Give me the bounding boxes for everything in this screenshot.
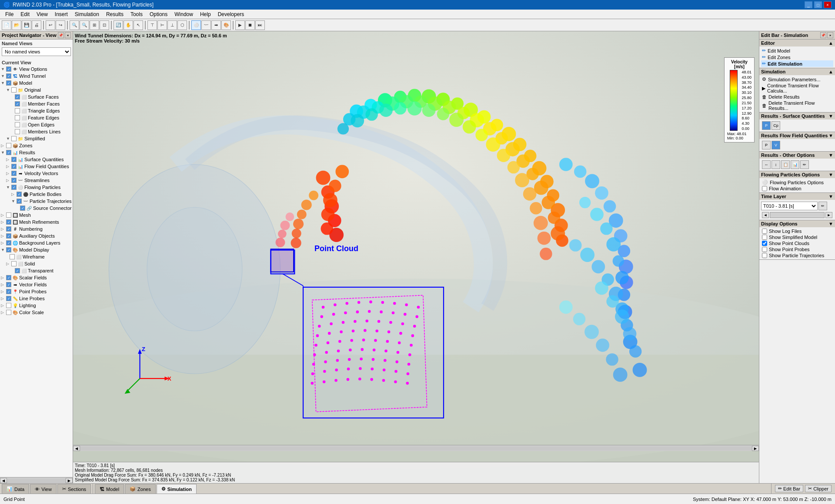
tree-item-color-scale[interactable]: ▷ 🎨 Color Scale xyxy=(0,309,73,316)
scroll-right-btn[interactable]: ► xyxy=(66,478,73,483)
fp-options-btn[interactable]: ⚪ Flowing Particles Options xyxy=(761,179,833,186)
tree-item-mesh-refinements[interactable]: ▷ ✓ 🔲 Mesh Refinements xyxy=(0,219,73,225)
tree-check[interactable]: ✓ xyxy=(20,206,25,211)
tb-rotate[interactable]: 🔄 xyxy=(114,20,123,30)
delete-results-btn[interactable]: 🗑 Delete Results xyxy=(761,94,833,100)
tree-check[interactable]: ✓ xyxy=(6,282,11,287)
time-scroll-track[interactable] xyxy=(770,212,825,218)
tree-item-streamlines[interactable]: ▷ ✓ 〰 Streamlines xyxy=(0,177,73,184)
tab-view[interactable]: 👁 View xyxy=(30,484,57,494)
results-flow-header[interactable]: Results Flow Field Quantities ▼ xyxy=(759,132,835,139)
tree-item-member-faces[interactable]: ✓ ⬜ Member Faces xyxy=(0,100,73,107)
tb-save[interactable]: 💾 xyxy=(22,20,31,30)
ff-velocity-btn[interactable]: V xyxy=(772,141,780,149)
menu-view[interactable]: View xyxy=(33,10,51,18)
tree-check[interactable]: ✓ xyxy=(15,101,20,106)
time-layer-header[interactable]: Time Layer ▼ xyxy=(759,193,835,200)
tree-item-wind-tunnel[interactable]: ▼ ✓ 🏗 Wind Tunnel xyxy=(0,73,73,80)
tree-check[interactable]: ✓ xyxy=(6,226,11,232)
tb-open[interactable]: 📂 xyxy=(12,20,21,30)
tb-view-top[interactable]: ⊤ xyxy=(147,20,157,30)
menu-edit[interactable]: Edit xyxy=(17,10,33,18)
menu-help[interactable]: Help xyxy=(197,10,214,18)
panel-close-button[interactable]: × xyxy=(65,32,71,38)
other-btn-1[interactable]: ↔ xyxy=(762,160,771,169)
viewport[interactable]: Wind Tunnel Dimensions: Dx = 124.94 m, D… xyxy=(73,31,759,483)
sim-params-btn[interactable]: ⚙ Simulation Parameters... xyxy=(761,76,833,83)
delete-transient-btn[interactable]: 🗑 Delete Transient Flow Results... xyxy=(761,100,833,111)
tb-undo[interactable]: ↩ xyxy=(46,20,55,30)
tree-check[interactable] xyxy=(15,115,20,120)
tree-item-particle-traj[interactable]: ▼ ✓ 〰 Particle Trajectories xyxy=(0,198,73,205)
tree-item-original[interactable]: ▼ 📁 Original xyxy=(0,86,73,93)
tree-check[interactable]: ✓ xyxy=(11,178,17,183)
tree-item-feature-edges[interactable]: ⬜ Feature Edges xyxy=(0,114,73,121)
results-surface-header[interactable]: Results - Surface Quantities ▼ xyxy=(759,113,835,119)
vp-scroll-left[interactable]: ◄ xyxy=(73,446,80,451)
display-options-header[interactable]: Display Options ▼ xyxy=(759,220,835,227)
other-btn-3[interactable]: 📋 xyxy=(781,160,790,169)
tree-check[interactable] xyxy=(15,129,20,134)
tree-check[interactable]: ✓ xyxy=(11,164,17,169)
tb-view-side[interactable]: ⊥ xyxy=(167,20,177,30)
tab-sections[interactable]: ✂ Sections xyxy=(57,484,91,494)
time-scroll-left[interactable]: ◄ xyxy=(762,212,769,218)
tree-item-triangle-edges[interactable]: ⬜ Triangle Edges xyxy=(0,107,73,114)
tree-item-open-edges[interactable]: ⬜ Open Edges xyxy=(0,121,73,128)
tree-scrollbar-h[interactable]: ◄ ► xyxy=(0,477,73,483)
tb-new[interactable]: 📄 xyxy=(2,20,11,30)
tree-check[interactable] xyxy=(11,136,17,141)
tb-pan[interactable]: ✋ xyxy=(124,20,133,30)
tree-item-auxiliary[interactable]: ▷ ✓ 📦 Auxiliary Objects xyxy=(0,232,73,239)
panel-pin-button[interactable]: 📌 xyxy=(58,32,64,38)
show-simplified-check[interactable] xyxy=(762,235,767,240)
tb-scalar[interactable]: 🎨 xyxy=(221,20,231,30)
tree-item-transparent[interactable]: ✓ ⬜ Transparent xyxy=(0,267,73,274)
tree-check[interactable]: ✓ xyxy=(11,171,17,176)
tb-zoom-out[interactable]: 🔍 xyxy=(80,20,89,30)
tree-item-model[interactable]: ▼ ✓ 📦 Model xyxy=(0,80,73,86)
tree-item-zones[interactable]: ▷ 📦 Zones xyxy=(0,142,73,149)
tree-check[interactable]: ✓ xyxy=(6,219,11,225)
other-btn-4[interactable]: 📊 xyxy=(791,160,799,169)
tree-item-results[interactable]: ▼ ✓ 📊 Results xyxy=(0,149,73,156)
menu-simulation[interactable]: Simulation xyxy=(71,10,103,18)
tb-view-3d[interactable]: ⬡ xyxy=(177,20,187,30)
tree-item-point-probes[interactable]: ▷ ✓ 📍 Point Probes xyxy=(0,288,73,295)
tree-check[interactable]: ✓ xyxy=(6,275,11,280)
menu-developers[interactable]: Developers xyxy=(214,10,248,18)
tree-check[interactable]: ✓ xyxy=(6,240,11,245)
tree-item-line-probes[interactable]: ▷ ✓ 📏 Line Probes xyxy=(0,295,73,302)
tree-check[interactable] xyxy=(11,87,17,93)
tree-item-scalar-fields[interactable]: ▷ ✓ 🎨 Scalar Fields xyxy=(0,274,73,281)
tree-item-source-connector[interactable]: ✓ 🔗 Source Connector xyxy=(0,205,73,212)
tree-item-surface-faces[interactable]: ✓ ⬜ Surface Faces xyxy=(0,93,73,100)
tree-check[interactable] xyxy=(6,303,11,308)
close-button[interactable]: × xyxy=(824,1,832,8)
maximize-button[interactable]: □ xyxy=(814,1,822,8)
menu-window[interactable]: Window xyxy=(171,10,197,18)
tb-redo[interactable]: ↪ xyxy=(56,20,65,30)
edit-bar-bottom-btn[interactable]: ✏ Edit Bar xyxy=(775,485,803,492)
tb-zoom-all[interactable]: ⊞ xyxy=(90,20,99,30)
edit-bar-close-btn[interactable]: × xyxy=(827,32,833,38)
tree-item-surface-quantities[interactable]: ▷ ✓ 📊 Surface Quantities xyxy=(0,156,73,163)
tree-item-model-display[interactable]: ▼ ✓ 🎨 Model Display xyxy=(0,246,73,253)
tab-simulation[interactable]: ⚙ Simulation xyxy=(157,484,197,494)
tree-check[interactable]: ✓ xyxy=(6,289,11,294)
tb-select[interactable]: ↖ xyxy=(134,20,143,30)
menu-tools[interactable]: Tools xyxy=(127,10,146,18)
time-layer-select[interactable]: T010 - 3.81 [s] xyxy=(761,202,818,210)
tree-check[interactable]: ✓ xyxy=(15,268,20,273)
tab-data[interactable]: 📊 Data xyxy=(2,484,29,494)
tree-item-solid[interactable]: ▷ ⬜ Solid xyxy=(0,260,73,267)
tab-model[interactable]: 🏗 Model xyxy=(95,484,124,494)
scroll-left-btn[interactable]: ◄ xyxy=(0,478,7,483)
tree-check[interactable] xyxy=(6,310,11,315)
minimize-button[interactable]: _ xyxy=(805,1,812,8)
edit-simulation-btn[interactable]: ✏ Edit Simulation xyxy=(761,60,833,67)
menu-options[interactable]: Options xyxy=(146,10,171,18)
show-particle-traj-check[interactable] xyxy=(762,253,767,258)
time-scroll-right[interactable]: ► xyxy=(825,212,832,218)
tree-check[interactable]: ✓ xyxy=(11,185,17,190)
